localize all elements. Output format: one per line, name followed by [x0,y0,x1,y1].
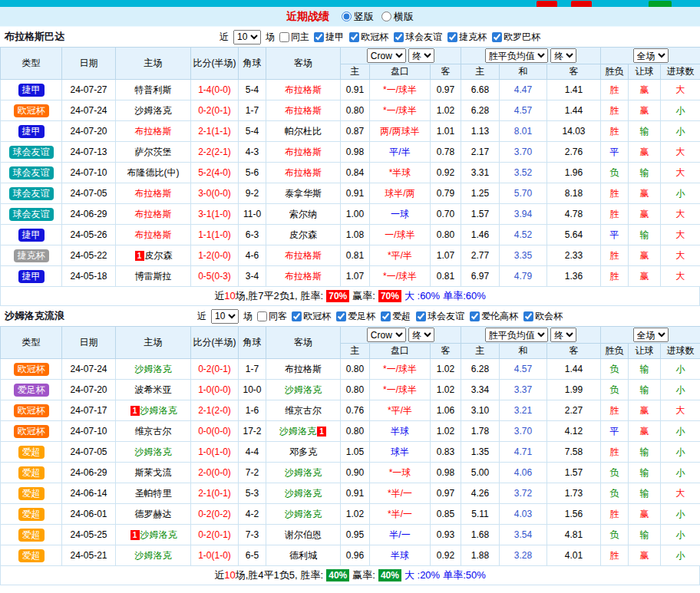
radio-horizontal-input[interactable] [381,12,391,21]
team-link[interactable]: 布拉格斯 [285,364,322,374]
avg-odds-select[interactable]: 胜平负均值 [485,328,548,342]
league-type-badge[interactable]: 捷甲 [18,84,45,97]
league-type-badge[interactable]: 爱超 [18,549,45,562]
league-type-badge[interactable]: 捷甲 [18,229,45,242]
team-link[interactable]: 斯莱戈流 [135,467,172,478]
league-checkbox-input[interactable] [523,311,533,321]
team-link[interactable]: 沙姆洛克 [135,550,172,561]
team-link[interactable]: 圣帕特里 [135,488,172,499]
team-link[interactable]: 沙姆洛克 [140,405,177,416]
team-link[interactable]: 波希米亚 [135,384,172,395]
league-filter-checkbox[interactable]: 欧冠杯 [292,310,331,323]
team-link[interactable]: 布拉格斯 [135,126,172,137]
same-side-checkbox[interactable]: 同客 [257,310,287,323]
league-type-badge[interactable]: 球会友谊 [9,208,54,221]
layout-radio-vertical[interactable]: 竖版 [342,10,374,24]
league-type-badge[interactable]: 欧冠杯 [14,363,49,376]
team-link[interactable]: 维京古尔 [285,405,322,416]
league-filter-checkbox[interactable]: 捷克杯 [447,31,487,44]
team-link[interactable]: 皮尔森 [145,250,173,261]
odds-final-select[interactable]: 终 [408,328,434,342]
score[interactable]: 2-0(0-0) [191,463,239,483]
score[interactable]: 1-0(0-0) [191,380,239,400]
team-link[interactable]: 博雷斯拉 [135,271,172,282]
league-type-badge[interactable]: 球会友谊 [9,146,54,159]
league-filter-checkbox[interactable]: 球会友谊 [394,31,442,44]
league-type-badge[interactable]: 爱超 [18,487,45,500]
score[interactable]: 3-1(1-0) [191,204,239,225]
avg-final-select[interactable]: 终 [550,48,576,63]
league-filter-checkbox[interactable]: 欧会杯 [523,310,563,323]
league-type-badge[interactable]: 捷甲 [18,125,45,138]
match-count-select[interactable]: 10 [211,309,239,324]
score[interactable]: 2-1(1-1) [191,121,239,142]
same-side-checkbox-input[interactable] [279,32,289,42]
team-link[interactable]: 泰拿华斯 [285,188,322,199]
score[interactable]: 1-0(1-0) [191,545,239,566]
nav-button-2[interactable] [571,1,592,7]
team-link[interactable]: 沙姆洛克 [285,467,322,478]
team-link[interactable]: 沙姆洛克 [135,364,172,374]
league-type-badge[interactable]: 爱超 [18,446,45,459]
league-checkbox-input[interactable] [394,32,404,42]
team-link[interactable]: 布隆德比(中) [127,167,180,178]
scope-select[interactable]: 全场 [633,328,669,342]
score[interactable]: 1-4(0-0) [191,80,239,100]
team-link[interactable]: 沙姆洛克 [135,105,172,116]
team-link[interactable]: 德利城 [289,550,317,561]
team-link[interactable]: 布拉格斯 [285,84,322,95]
team-link[interactable]: 布拉格斯 [285,271,322,282]
league-type-badge[interactable]: 捷克杯 [14,249,49,262]
team-link[interactable]: 邓多克 [289,446,317,457]
team-link[interactable]: 萨尔茨堡 [135,147,172,157]
avg-final-select[interactable]: 终 [550,328,576,342]
same-side-checkbox[interactable]: 同主 [279,31,309,44]
team-link[interactable]: 布拉格斯 [135,188,172,199]
score[interactable]: 0-2(0-1) [191,100,239,121]
same-side-checkbox-input[interactable] [257,311,267,321]
scope-select[interactable]: 全场 [633,48,669,63]
team-link[interactable]: 布拉格斯 [135,229,172,240]
team-link[interactable]: 维京古尔 [135,426,172,437]
team-link[interactable]: 沙姆洛克 [140,529,177,540]
team-link[interactable]: 沙姆洛克 [279,426,316,437]
odds-final-select[interactable]: 终 [408,48,434,63]
team-link[interactable]: 沙姆洛克 [135,446,172,457]
league-type-badge[interactable]: 爱超 [18,529,45,542]
league-checkbox-input[interactable] [292,311,302,321]
league-filter-checkbox[interactable]: 爱超 [381,310,411,323]
score[interactable]: 2-1(0-1) [191,483,239,504]
league-filter-checkbox[interactable]: 捷甲 [314,31,344,44]
league-filter-checkbox[interactable]: 爱伦高杯 [470,310,518,323]
score[interactable]: 0-2(0-1) [191,359,239,380]
score[interactable]: 2-2(2-1) [191,142,239,163]
score[interactable]: 5-2(4-0) [191,163,239,183]
league-checkbox-input[interactable] [416,311,426,321]
team-link[interactable]: 沙姆洛克 [285,384,322,395]
score[interactable]: 1-2(0-0) [191,245,239,266]
team-link[interactable]: 布拉格斯 [285,147,322,157]
league-checkbox-input[interactable] [447,32,457,42]
league-checkbox-input[interactable] [336,311,346,321]
league-type-badge[interactable]: 爱超 [18,466,45,479]
team-link[interactable]: 皮尔森 [289,229,317,240]
team-link[interactable]: 谢尔伯恩 [285,529,322,540]
nav-button-3[interactable] [649,1,672,7]
score[interactable]: 3-0(0-0) [191,183,239,204]
league-checkbox-input[interactable] [492,32,502,42]
league-filter-checkbox[interactable]: 球会友谊 [416,310,464,323]
league-checkbox-input[interactable] [470,311,480,321]
league-checkbox-input[interactable] [349,32,359,42]
score[interactable]: 0-0(0-0) [191,421,239,442]
league-filter-checkbox[interactable]: 欧冠杯 [349,31,388,44]
team-link[interactable]: 布拉格斯 [285,167,322,178]
league-checkbox-input[interactable] [381,311,391,321]
odds-company-select[interactable]: Crow [367,48,406,63]
league-type-badge[interactable]: 爱超 [18,508,45,521]
odds-company-select[interactable]: Crow [367,328,406,342]
league-type-badge[interactable]: 球会友谊 [9,166,54,180]
team-link[interactable]: 沙姆洛克 [285,488,322,499]
score[interactable]: 0-2(0-2) [191,504,239,525]
score[interactable]: 0-5(0-3) [191,266,239,287]
team-link[interactable]: 布拉格斯 [285,250,322,261]
